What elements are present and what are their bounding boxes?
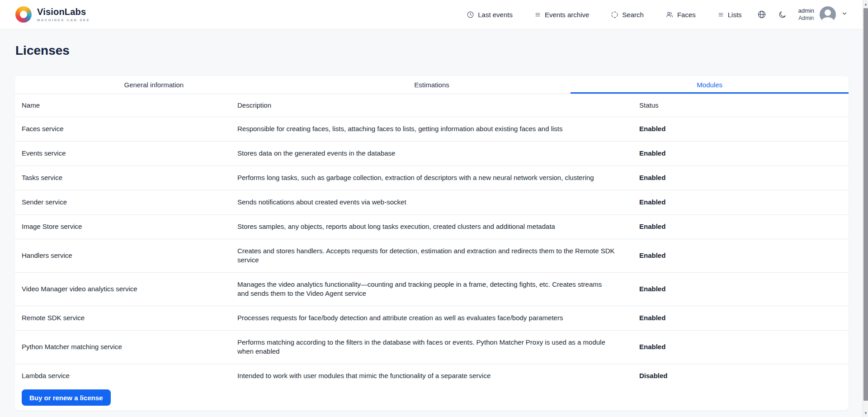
service-description: Stores samples, any objects, reports abo… — [237, 215, 624, 239]
nav-search[interactable]: Search — [611, 11, 644, 19]
service-name: Sender service — [22, 190, 237, 214]
service-status: Disabled — [639, 364, 842, 388]
tab-modules[interactable]: Modules — [571, 76, 849, 94]
service-status: Enabled — [639, 190, 842, 214]
table-row: Video Manager video analytics service Ma… — [15, 273, 849, 306]
service-description: Sends notifications about created events… — [237, 190, 624, 214]
column-header-name: Name — [22, 94, 237, 117]
tab-estimations[interactable]: Estimations — [293, 76, 571, 94]
service-name: Tasks service — [22, 166, 237, 190]
service-description: Manages the video analytics functionalit… — [237, 273, 624, 306]
table-header: Name Description Status — [15, 94, 849, 117]
service-description: Processes requests for face/body detecti… — [237, 306, 624, 330]
service-name: Handlers service — [22, 244, 237, 268]
tab-general-information[interactable]: General information — [15, 76, 293, 94]
chevron-down-icon — [841, 10, 848, 19]
people-icon — [665, 11, 674, 19]
service-status: Enabled — [639, 166, 842, 190]
service-name: Remote SDK service — [22, 306, 237, 330]
service-description: Intended to work with user modules that … — [237, 364, 624, 388]
service-name: Events service — [22, 142, 237, 166]
service-description: Responsible for creating faces, lists, a… — [237, 117, 624, 141]
brand-name: VisionLabs — [37, 7, 90, 17]
column-header-description: Description — [237, 94, 639, 117]
vertical-scrollbar[interactable]: ▲ ▼ — [863, 0, 868, 417]
moon-icon[interactable] — [778, 10, 787, 19]
nav-label: Last events — [478, 11, 513, 19]
tab-bar: General information Estimations Modules — [15, 76, 849, 94]
service-description: Stores data on the generated events in t… — [237, 142, 624, 166]
service-status: Enabled — [639, 142, 842, 166]
column-header-status: Status — [639, 94, 842, 117]
licenses-card: General information Estimations Modules … — [15, 76, 849, 410]
service-status: Enabled — [639, 215, 842, 239]
table-row: Remote SDK service Processes requests fo… — [15, 306, 849, 331]
brand-logo[interactable]: VisionLabs MACHINES CAN SEE — [15, 6, 90, 23]
service-status: Enabled — [639, 306, 842, 330]
list-icon — [717, 11, 724, 18]
scrollbar-down-arrow[interactable]: ▼ — [863, 410, 868, 416]
brand-tagline: MACHINES CAN SEE — [37, 18, 90, 22]
table-row: Lambda service Intended to work with use… — [15, 364, 849, 388]
list-icon — [534, 11, 541, 18]
table-row: Sender service Sends notifications about… — [15, 190, 849, 215]
page-title: Licenses — [15, 43, 868, 58]
nav-last-events[interactable]: Last events — [467, 11, 513, 19]
service-status: Enabled — [639, 244, 842, 268]
user-name: admin — [798, 7, 814, 14]
service-description: Performs matching according to the filte… — [237, 331, 624, 364]
user-menu[interactable]: admin Admin — [798, 6, 848, 23]
globe-icon[interactable] — [757, 10, 766, 19]
service-name: Faces service — [22, 117, 237, 141]
nav-label: Lists — [728, 11, 742, 19]
nav-events-archive[interactable]: Events archive — [534, 11, 589, 19]
service-name: Python Matcher matching service — [22, 335, 237, 359]
clock-icon — [467, 11, 474, 19]
nav-label: Events archive — [545, 11, 589, 19]
service-description: Performs long tasks, such as garbage col… — [237, 166, 624, 190]
table-row: Tasks service Performs long tasks, such … — [15, 166, 849, 190]
nav-lists[interactable]: Lists — [717, 11, 742, 19]
nav-faces[interactable]: Faces — [665, 11, 696, 19]
avatar — [820, 6, 836, 23]
dashed-circle-icon — [611, 11, 618, 19]
table-row: Faces service Responsible for creating f… — [15, 117, 849, 142]
table-row: Image Store service Stores samples, any … — [15, 215, 849, 239]
top-header: VisionLabs MACHINES CAN SEE Last events … — [0, 0, 868, 29]
service-status: Enabled — [639, 277, 842, 301]
service-status: Enabled — [639, 117, 842, 141]
service-name: Lambda service — [22, 364, 237, 388]
scrollbar-thumb[interactable] — [863, 8, 868, 401]
scrollbar-up-arrow[interactable]: ▲ — [863, 1, 868, 7]
top-navigation: Last events Events archive Search Faces … — [467, 11, 741, 19]
nav-label: Search — [622, 11, 644, 19]
table-row: Events service Stores data on the genera… — [15, 142, 849, 166]
service-name: Video Manager video analytics service — [22, 277, 237, 301]
service-name: Image Store service — [22, 215, 237, 239]
service-description: Creates and stores handlers. Accepts req… — [237, 239, 624, 272]
visionlabs-logo-icon — [15, 6, 32, 23]
user-role: Admin — [798, 15, 814, 22]
service-status: Enabled — [639, 335, 842, 359]
nav-label: Faces — [677, 11, 696, 19]
buy-license-button[interactable]: Buy or renew a license — [22, 389, 111, 406]
table-row: Python Matcher matching service Performs… — [15, 331, 849, 364]
table-row: Handlers service Creates and stores hand… — [15, 239, 849, 273]
